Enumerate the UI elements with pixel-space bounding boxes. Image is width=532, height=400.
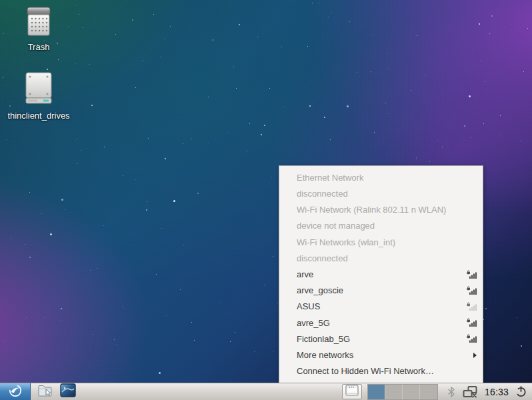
desktop-icon-label: thinclient_drives [7, 111, 69, 121]
menu-item-label: device not managed [297, 221, 477, 231]
desktop-icon-thinclient-drives[interactable]: thinclient_drives [0, 71, 77, 121]
trash-icon [26, 7, 51, 39]
workspace-cell-2[interactable] [385, 385, 403, 399]
menu-item-label: ASUS [297, 301, 467, 311]
menu-item-label: disconnected [297, 253, 477, 263]
show-desktop-button[interactable] [59, 384, 76, 400]
network-menu: Ethernet NetworkdisconnectedWi-Fi Networ… [279, 165, 483, 383]
taskbar: 16:33 [0, 383, 532, 400]
network-disconnected-icon[interactable] [462, 385, 478, 398]
lubuntu-logo-icon [8, 383, 23, 400]
network-menu-item: Wi-Fi Networks (wlan_int) [279, 234, 483, 250]
desktop-icon-label: Trash [28, 42, 50, 52]
network-menu-item: device not managed [279, 218, 483, 234]
menu-item-label: arve_goscie [297, 285, 467, 295]
network-menu-item[interactable]: Connect to Hidden Wi-Fi Network… [279, 363, 483, 379]
workspace-cell-4[interactable] [420, 385, 437, 399]
file-manager-button[interactable] [37, 384, 53, 400]
menu-item-label: Wi-Fi Networks (wlan_int) [297, 237, 477, 247]
workspace-cell-1[interactable] [368, 385, 385, 399]
menu-item-label: Fictionlab_5G [297, 334, 467, 344]
network-menu-item: Ethernet Network [279, 169, 483, 185]
network-menu-item[interactable]: More networks [279, 347, 483, 363]
wifi-signal-strong-secured-icon [467, 286, 477, 295]
desktop-icon-trash[interactable]: Trash [0, 7, 77, 52]
network-menu-item[interactable]: ASUS [279, 299, 483, 315]
wifi-signal-strong-secured-icon [467, 270, 477, 279]
menu-item-label: Wi-Fi Network (Ralink 802.11 n WLAN) [297, 205, 477, 215]
start-menu-button[interactable] [0, 383, 31, 400]
network-menu-item[interactable]: arve_goscie [279, 283, 483, 299]
network-menu-item[interactable]: avre_5G [279, 315, 483, 331]
workspace-pager [367, 384, 438, 400]
workspace-cell-3[interactable] [403, 385, 420, 399]
network-menu-item[interactable]: Fictionlab_5G [279, 331, 483, 347]
network-menu-item: disconnected [279, 185, 483, 201]
wifi-signal-weak-secured-icon [467, 302, 477, 311]
menu-item-label: Ethernet Network [297, 173, 477, 183]
hard-drive-icon [25, 71, 53, 107]
desktop-preview-icon [60, 383, 76, 400]
network-menu-item[interactable]: arve [279, 266, 483, 282]
submenu-arrow-icon [473, 353, 477, 358]
folder-icon [38, 384, 53, 400]
window-icon [345, 385, 359, 399]
menu-item-label: avre_5G [297, 318, 467, 328]
network-menu-item: Wi-Fi Network (Ralink 802.11 n WLAN) [279, 201, 483, 217]
bluetooth-icon[interactable] [447, 387, 455, 397]
wifi-signal-strong-secured-icon [467, 334, 477, 343]
taskbar-clock[interactable]: 16:33 [485, 387, 509, 397]
wifi-signal-strong-secured-icon [467, 318, 477, 327]
network-menu-item: disconnected [279, 250, 483, 266]
menu-item-label: disconnected [297, 189, 477, 199]
menu-item-label: arve [297, 269, 467, 279]
desktop: Trash thinclient_drives Ethernet Network… [0, 0, 532, 400]
window-list-button[interactable] [342, 384, 362, 399]
menu-item-label: Connect to Hidden Wi-Fi Network… [297, 366, 477, 376]
system-tray: 16:33 [447, 385, 527, 398]
menu-item-label: More networks [297, 350, 473, 360]
power-button-icon[interactable] [515, 386, 527, 397]
